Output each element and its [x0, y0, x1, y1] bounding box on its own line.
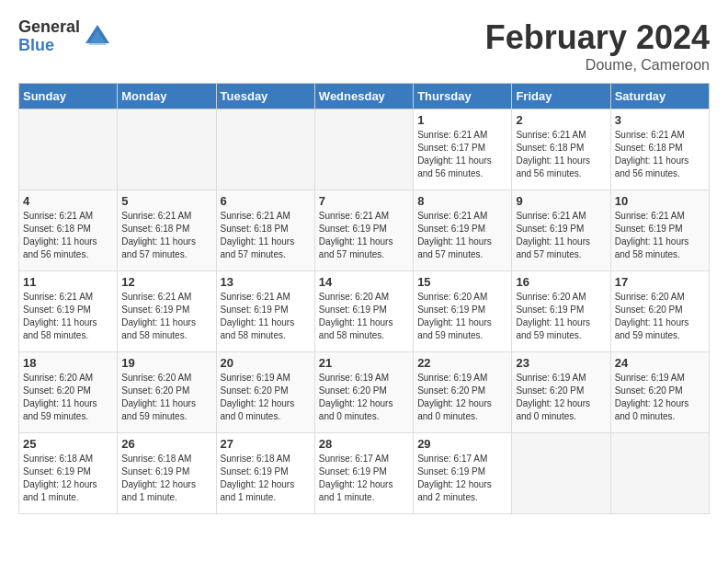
day-number: 14 — [319, 275, 409, 289]
calendar-cell: 13Sunrise: 6:21 AMSunset: 6:19 PMDayligh… — [216, 271, 314, 352]
calendar-cell: 4Sunrise: 6:21 AMSunset: 6:18 PMDaylight… — [19, 190, 118, 271]
day-info: Sunrise: 6:21 AMSunset: 6:19 PMDaylight:… — [121, 291, 211, 342]
title-area: February 2024 Doume, Cameroon — [485, 18, 710, 74]
day-number: 6 — [221, 194, 311, 208]
day-info: Sunrise: 6:20 AMSunset: 6:19 PMDaylight:… — [516, 291, 606, 342]
week-row-1: 1Sunrise: 6:21 AMSunset: 6:17 PMDaylight… — [19, 109, 710, 190]
calendar-cell: 14Sunrise: 6:20 AMSunset: 6:19 PMDayligh… — [314, 271, 413, 352]
header-cell-tuesday: Tuesday — [216, 84, 314, 109]
day-info: Sunrise: 6:21 AMSunset: 6:18 PMDaylight:… — [23, 210, 113, 261]
header-cell-saturday: Saturday — [610, 84, 709, 109]
day-number: 8 — [417, 194, 507, 208]
day-info: Sunrise: 6:21 AMSunset: 6:18 PMDaylight:… — [615, 129, 705, 180]
calendar-cell — [512, 433, 610, 514]
header: General Blue February 2024 Doume, Camero… — [18, 18, 710, 74]
calendar-cell — [610, 433, 709, 514]
day-number: 25 — [23, 437, 113, 451]
calendar-cell: 6Sunrise: 6:21 AMSunset: 6:18 PMDaylight… — [216, 190, 314, 271]
day-number: 29 — [417, 437, 507, 451]
calendar-cell: 3Sunrise: 6:21 AMSunset: 6:18 PMDaylight… — [610, 109, 709, 190]
day-number: 17 — [615, 275, 705, 289]
calendar-cell: 28Sunrise: 6:17 AMSunset: 6:19 PMDayligh… — [314, 433, 413, 514]
calendar-cell: 2Sunrise: 6:21 AMSunset: 6:18 PMDaylight… — [512, 109, 610, 190]
day-number: 23 — [516, 356, 606, 370]
calendar-cell: 15Sunrise: 6:20 AMSunset: 6:19 PMDayligh… — [414, 271, 512, 352]
day-number: 18 — [23, 356, 113, 370]
day-number: 1 — [417, 113, 507, 127]
day-number: 2 — [516, 113, 606, 127]
calendar-table: SundayMondayTuesdayWednesdayThursdayFrid… — [18, 83, 710, 514]
day-info: Sunrise: 6:19 AMSunset: 6:20 PMDaylight:… — [417, 372, 507, 423]
day-info: Sunrise: 6:21 AMSunset: 6:18 PMDaylight:… — [221, 210, 311, 261]
day-info: Sunrise: 6:21 AMSunset: 6:18 PMDaylight:… — [516, 129, 606, 180]
day-info: Sunrise: 6:21 AMSunset: 6:18 PMDaylight:… — [121, 210, 211, 261]
location-subtitle: Doume, Cameroon — [485, 57, 710, 74]
calendar-cell: 18Sunrise: 6:20 AMSunset: 6:20 PMDayligh… — [19, 352, 118, 433]
calendar-cell: 22Sunrise: 6:19 AMSunset: 6:20 PMDayligh… — [414, 352, 512, 433]
header-cell-wednesday: Wednesday — [314, 84, 413, 109]
header-row: SundayMondayTuesdayWednesdayThursdayFrid… — [19, 84, 710, 109]
day-info: Sunrise: 6:19 AMSunset: 6:20 PMDaylight:… — [516, 372, 606, 423]
day-number: 19 — [121, 356, 211, 370]
day-info: Sunrise: 6:21 AMSunset: 6:19 PMDaylight:… — [417, 210, 507, 261]
calendar-cell: 20Sunrise: 6:19 AMSunset: 6:20 PMDayligh… — [216, 352, 314, 433]
calendar-cell — [118, 109, 216, 190]
day-info: Sunrise: 6:17 AMSunset: 6:19 PMDaylight:… — [319, 453, 409, 504]
calendar-cell: 1Sunrise: 6:21 AMSunset: 6:17 PMDaylight… — [414, 109, 512, 190]
logo-general: General — [18, 18, 80, 37]
day-number: 24 — [615, 356, 705, 370]
day-number: 22 — [417, 356, 507, 370]
day-number: 7 — [319, 194, 409, 208]
calendar-cell: 10Sunrise: 6:21 AMSunset: 6:19 PMDayligh… — [610, 190, 709, 271]
day-info: Sunrise: 6:18 AMSunset: 6:19 PMDaylight:… — [121, 453, 211, 504]
calendar-cell — [19, 109, 118, 190]
logo: General Blue — [18, 18, 111, 55]
calendar-cell: 23Sunrise: 6:19 AMSunset: 6:20 PMDayligh… — [512, 352, 610, 433]
day-number: 9 — [516, 194, 606, 208]
day-info: Sunrise: 6:18 AMSunset: 6:19 PMDaylight:… — [221, 453, 311, 504]
day-number: 20 — [221, 356, 311, 370]
logo-icon — [84, 23, 111, 51]
week-row-5: 25Sunrise: 6:18 AMSunset: 6:19 PMDayligh… — [19, 433, 710, 514]
header-cell-friday: Friday — [512, 84, 610, 109]
day-number: 13 — [221, 275, 311, 289]
week-row-4: 18Sunrise: 6:20 AMSunset: 6:20 PMDayligh… — [19, 352, 710, 433]
day-info: Sunrise: 6:21 AMSunset: 6:17 PMDaylight:… — [417, 129, 507, 180]
day-info: Sunrise: 6:21 AMSunset: 6:19 PMDaylight:… — [221, 291, 311, 342]
calendar-cell: 24Sunrise: 6:19 AMSunset: 6:20 PMDayligh… — [610, 352, 709, 433]
calendar-cell: 8Sunrise: 6:21 AMSunset: 6:19 PMDaylight… — [414, 190, 512, 271]
day-number: 11 — [23, 275, 113, 289]
day-info: Sunrise: 6:21 AMSunset: 6:19 PMDaylight:… — [516, 210, 606, 261]
day-info: Sunrise: 6:19 AMSunset: 6:20 PMDaylight:… — [221, 372, 311, 423]
day-number: 27 — [221, 437, 311, 451]
calendar-cell: 9Sunrise: 6:21 AMSunset: 6:19 PMDaylight… — [512, 190, 610, 271]
day-info: Sunrise: 6:21 AMSunset: 6:19 PMDaylight:… — [615, 210, 705, 261]
calendar-cell: 26Sunrise: 6:18 AMSunset: 6:19 PMDayligh… — [118, 433, 216, 514]
day-info: Sunrise: 6:18 AMSunset: 6:19 PMDaylight:… — [23, 453, 113, 504]
calendar-cell: 29Sunrise: 6:17 AMSunset: 6:19 PMDayligh… — [414, 433, 512, 514]
calendar-cell — [314, 109, 413, 190]
day-info: Sunrise: 6:21 AMSunset: 6:19 PMDaylight:… — [23, 291, 113, 342]
day-number: 28 — [319, 437, 409, 451]
day-info: Sunrise: 6:20 AMSunset: 6:19 PMDaylight:… — [319, 291, 409, 342]
header-cell-sunday: Sunday — [19, 84, 118, 109]
logo-blue: Blue — [18, 37, 80, 55]
day-info: Sunrise: 6:21 AMSunset: 6:19 PMDaylight:… — [319, 210, 409, 261]
calendar-cell: 16Sunrise: 6:20 AMSunset: 6:19 PMDayligh… — [512, 271, 610, 352]
calendar-cell: 25Sunrise: 6:18 AMSunset: 6:19 PMDayligh… — [19, 433, 118, 514]
day-number: 12 — [121, 275, 211, 289]
day-info: Sunrise: 6:19 AMSunset: 6:20 PMDaylight:… — [319, 372, 409, 423]
day-number: 4 — [23, 194, 113, 208]
calendar-cell: 19Sunrise: 6:20 AMSunset: 6:20 PMDayligh… — [118, 352, 216, 433]
day-info: Sunrise: 6:20 AMSunset: 6:20 PMDaylight:… — [121, 372, 211, 423]
day-info: Sunrise: 6:20 AMSunset: 6:20 PMDaylight:… — [615, 291, 705, 342]
calendar-cell: 17Sunrise: 6:20 AMSunset: 6:20 PMDayligh… — [610, 271, 709, 352]
day-number: 26 — [121, 437, 211, 451]
day-number: 16 — [516, 275, 606, 289]
day-number: 21 — [319, 356, 409, 370]
week-row-3: 11Sunrise: 6:21 AMSunset: 6:19 PMDayligh… — [19, 271, 710, 352]
day-number: 5 — [121, 194, 211, 208]
day-number: 3 — [615, 113, 705, 127]
day-info: Sunrise: 6:19 AMSunset: 6:20 PMDaylight:… — [615, 372, 705, 423]
calendar-body: 1Sunrise: 6:21 AMSunset: 6:17 PMDaylight… — [19, 109, 710, 514]
